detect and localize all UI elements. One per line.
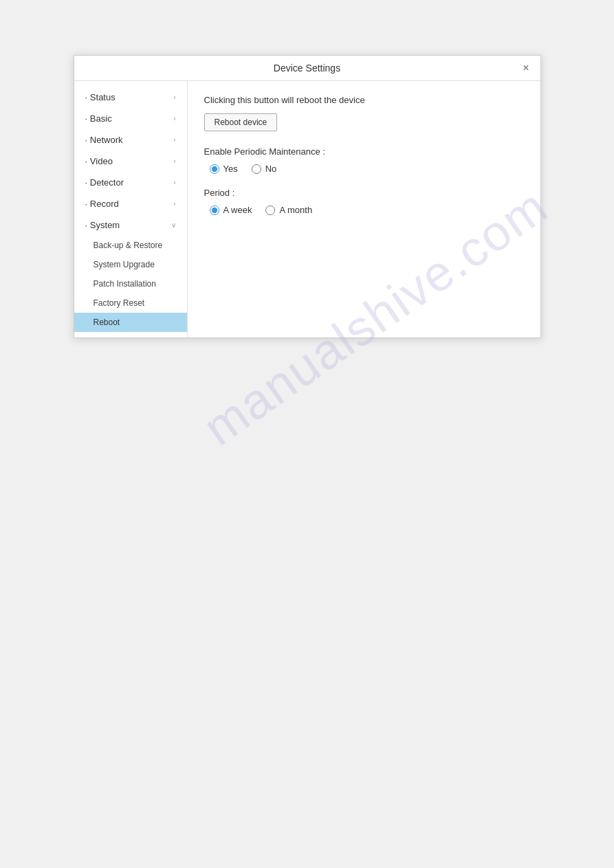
sidebar-item-basic[interactable]: · Basic › (74, 108, 187, 129)
dot-video: · (85, 157, 87, 166)
submenu-patch-installation[interactable]: Patch Installation (74, 274, 187, 293)
reboot-device-button[interactable]: Reboot device (204, 113, 278, 131)
chevron-system: ∨ (171, 221, 176, 229)
dot-status: · (85, 93, 87, 102)
periodic-yes-label: Yes (223, 164, 238, 174)
close-button[interactable]: × (520, 61, 531, 75)
dot-system: · (85, 221, 87, 230)
chevron-status: › (173, 93, 175, 101)
submenu-system-upgrade[interactable]: System Upgrade (74, 255, 187, 274)
dialog-header: Device Settings × (74, 56, 540, 81)
reboot-description: Clicking this button will reboot the dev… (204, 95, 524, 105)
sidebar-label-record: Record (90, 199, 119, 209)
dot-record: · (85, 199, 87, 209)
periodic-no-label: No (265, 164, 277, 174)
sidebar-item-status[interactable]: · Status › (74, 87, 187, 108)
period-week-label: A week (223, 205, 252, 215)
dialog-title: Device Settings (274, 63, 340, 74)
period-label: Period : (204, 188, 524, 198)
period-week-radio[interactable] (210, 205, 219, 215)
sidebar-item-network[interactable]: · Network › (74, 129, 187, 151)
sidebar: · Status › · Basic › · Network › (74, 81, 188, 337)
periodic-no-option[interactable]: No (252, 164, 277, 174)
chevron-record: › (173, 200, 175, 208)
sidebar-item-system[interactable]: · System ∨ (74, 214, 187, 236)
sidebar-label-basic: Basic (90, 113, 112, 124)
periodic-maintenance-options: Yes No (210, 164, 524, 174)
submenu-reboot[interactable]: Reboot (74, 313, 187, 332)
dot-basic: · (85, 114, 87, 124)
period-options: A week A month (210, 205, 524, 215)
chevron-network: › (173, 136, 175, 144)
chevron-video: › (173, 157, 175, 165)
dot-detector: · (85, 178, 87, 188)
sidebar-label-detector: Detector (90, 177, 124, 188)
chevron-basic: › (173, 115, 175, 122)
period-month-option[interactable]: A month (265, 205, 312, 215)
dialog-body: · Status › · Basic › · Network › (74, 81, 540, 337)
submenu-factory-reset[interactable]: Factory Reset (74, 293, 187, 313)
main-content: Clicking this button will reboot the dev… (188, 81, 540, 337)
device-settings-dialog: Device Settings × · Status › · Basic › (74, 55, 541, 338)
period-month-radio[interactable] (265, 205, 275, 215)
sidebar-label-system: System (90, 220, 120, 230)
sidebar-label-status: Status (90, 92, 116, 102)
period-month-label: A month (279, 205, 312, 215)
sidebar-item-record[interactable]: · Record › (74, 193, 187, 214)
periodic-maintenance-label: Enable Periodic Maintenance : (204, 146, 524, 157)
period-week-option[interactable]: A week (210, 205, 252, 215)
sidebar-label-video: Video (90, 156, 113, 166)
system-submenu: Back-up & Restore System Upgrade Patch I… (74, 236, 187, 332)
periodic-yes-option[interactable]: Yes (210, 164, 238, 174)
periodic-no-radio[interactable] (252, 164, 261, 174)
periodic-yes-radio[interactable] (210, 164, 219, 174)
dot-network: · (85, 135, 87, 145)
chevron-detector: › (173, 179, 175, 186)
sidebar-label-network: Network (90, 135, 123, 145)
submenu-backup-restore[interactable]: Back-up & Restore (74, 236, 187, 255)
sidebar-item-detector[interactable]: · Detector › (74, 172, 187, 193)
sidebar-item-video[interactable]: · Video › (74, 151, 187, 172)
